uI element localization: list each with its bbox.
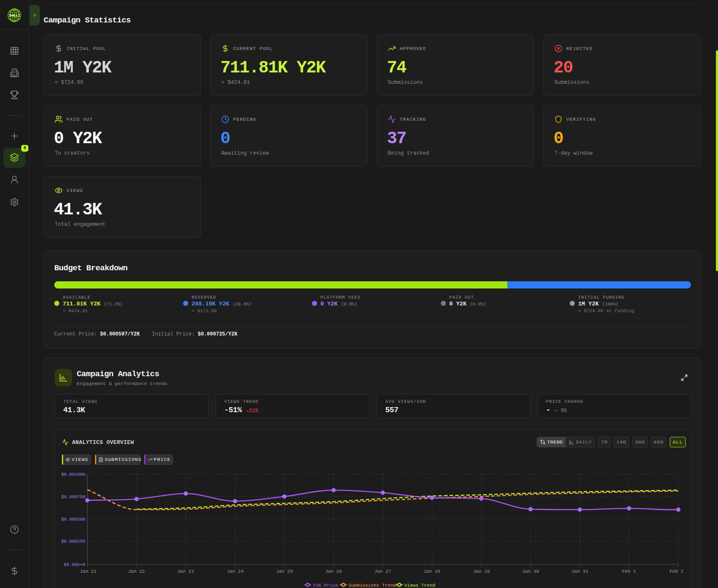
svg-text:Jan 23: Jan 23 bbox=[177, 569, 194, 574]
svg-text:Y2K Price: Y2K Price bbox=[313, 583, 338, 588]
svg-text:Jan 28: Jan 28 bbox=[423, 569, 440, 574]
svg-text:Jan 27: Jan 27 bbox=[374, 569, 391, 574]
svg-text:Jan 21: Jan 21 bbox=[80, 569, 97, 574]
svg-text:Jan 22: Jan 22 bbox=[128, 569, 145, 574]
svg-text:$0.000500: $0.000500 bbox=[61, 517, 85, 522]
svg-text:$0.001000: $0.001000 bbox=[61, 472, 85, 477]
svg-text:Jan 26: Jan 26 bbox=[325, 569, 342, 574]
svg-text:$0.000750: $0.000750 bbox=[61, 494, 85, 499]
svg-text:$0.000250: $0.000250 bbox=[61, 539, 85, 544]
svg-text:SHILLZ: SHILLZ bbox=[9, 14, 20, 17]
svg-text:Jan 25: Jan 25 bbox=[276, 569, 293, 574]
svg-text:Jan 30: Jan 30 bbox=[522, 569, 539, 574]
svg-text:Views Trend: Views Trend bbox=[404, 583, 435, 588]
svg-text:$0.00e+0: $0.00e+0 bbox=[64, 562, 85, 567]
svg-text:Jan 24: Jan 24 bbox=[227, 569, 244, 574]
svg-text:Feb 2: Feb 2 bbox=[669, 569, 683, 574]
svg-text:Jan 31: Jan 31 bbox=[571, 569, 588, 574]
svg-text:Feb 1: Feb 1 bbox=[622, 569, 636, 574]
svg-text:Submissions Trend: Submissions Trend bbox=[348, 583, 396, 588]
svg-text:Jan 29: Jan 29 bbox=[473, 569, 490, 574]
